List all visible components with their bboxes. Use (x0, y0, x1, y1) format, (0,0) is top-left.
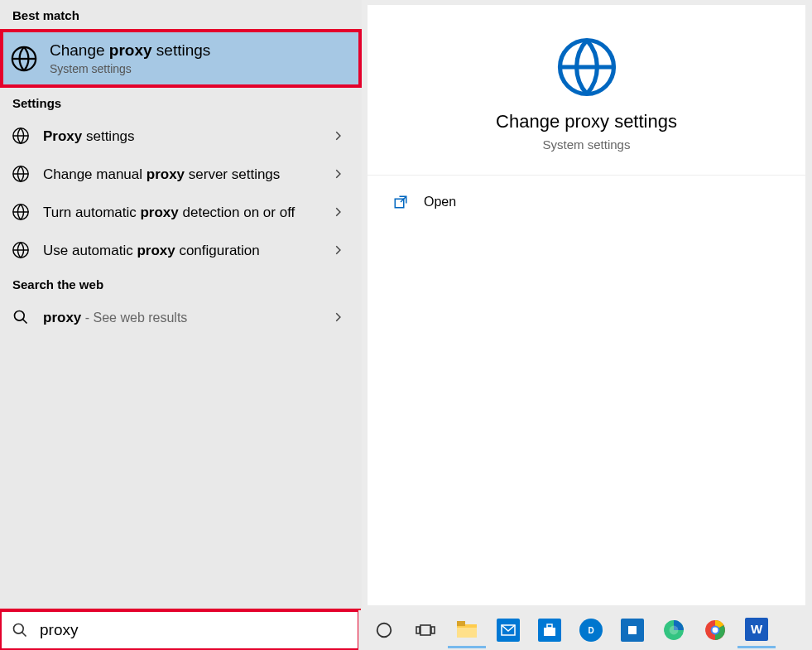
taskbar-task-view[interactable] (406, 614, 444, 647)
search-icon (10, 306, 31, 328)
result-title: Proxy settings (43, 128, 135, 144)
start-search-results-panel: Best match Change proxy settings System … (0, 0, 362, 610)
chevron-right-icon (332, 244, 344, 256)
taskbar-file-explorer[interactable] (448, 613, 486, 648)
best-match-result-change-proxy-settings[interactable]: Change proxy settings System settings (0, 29, 362, 88)
globe-icon (10, 239, 31, 261)
svg-rect-20 (544, 628, 555, 636)
svg-point-12 (377, 624, 392, 638)
start-search-bar[interactable] (0, 610, 358, 650)
settings-result-3[interactable]: Use automatic proxy configuration (0, 231, 362, 269)
taskbar-dell[interactable]: D (572, 614, 610, 647)
taskbar-app-blue[interactable] (613, 614, 651, 647)
preview-action-open[interactable]: Open (368, 176, 805, 229)
result-title: Change manual proxy server settings (43, 166, 280, 182)
globe-icon (10, 201, 31, 223)
web-section-header: Search the web (0, 269, 362, 298)
search-icon (12, 622, 28, 638)
settings-section-header: Settings (0, 88, 362, 117)
preview-title: Change proxy settings (496, 111, 677, 132)
svg-point-10 (14, 624, 24, 634)
svg-rect-14 (416, 627, 420, 633)
chevron-right-icon (332, 206, 344, 218)
result-title: Turn automatic proxy detection on or off (43, 205, 295, 220)
result-title: Use automatic proxy configuration (43, 243, 260, 258)
svg-line-6 (23, 320, 27, 324)
web-result-title: proxy - See web results (43, 310, 187, 325)
search-preview-panel: Change proxy settings System settings Op… (368, 5, 805, 605)
svg-rect-15 (431, 627, 435, 633)
chevron-right-icon (332, 311, 344, 323)
taskbar-mail[interactable] (489, 614, 527, 647)
svg-rect-22 (628, 626, 637, 634)
globe-icon (10, 45, 38, 73)
taskbar-cortana[interactable] (365, 614, 403, 647)
settings-result-1[interactable]: Change manual proxy server settings (0, 155, 362, 193)
best-match-section-header: Best match (0, 0, 362, 29)
settings-result-0[interactable]: Proxy settings (0, 117, 362, 155)
globe-icon (555, 35, 619, 99)
svg-line-11 (22, 633, 26, 637)
preview-subtitle: System settings (543, 137, 631, 152)
globe-icon (10, 163, 31, 185)
taskbar-chrome[interactable] (696, 614, 734, 647)
preview-hero: Change proxy settings System settings (368, 5, 805, 176)
preview-action-label: Open (424, 195, 456, 209)
chevron-right-icon (332, 168, 344, 180)
taskbar-edge[interactable] (655, 614, 693, 647)
taskbar: D W (358, 610, 812, 650)
taskbar-word[interactable]: W (738, 613, 776, 648)
search-input[interactable] (38, 620, 347, 640)
globe-icon (10, 125, 31, 147)
result-subtitle: System settings (50, 62, 352, 77)
svg-rect-18 (457, 628, 477, 638)
settings-result-2[interactable]: Turn automatic proxy detection on or off (0, 193, 362, 231)
svg-rect-17 (457, 621, 465, 626)
svg-point-24 (670, 626, 679, 635)
web-result-proxy[interactable]: proxy - See web results (0, 298, 362, 336)
result-title: Change proxy settings (50, 41, 210, 59)
svg-rect-21 (547, 624, 552, 628)
svg-rect-13 (420, 625, 430, 635)
open-icon (392, 194, 409, 210)
taskbar-store[interactable] (531, 614, 569, 647)
chevron-right-icon (332, 130, 344, 142)
svg-point-27 (713, 628, 718, 633)
svg-point-5 (15, 311, 25, 321)
